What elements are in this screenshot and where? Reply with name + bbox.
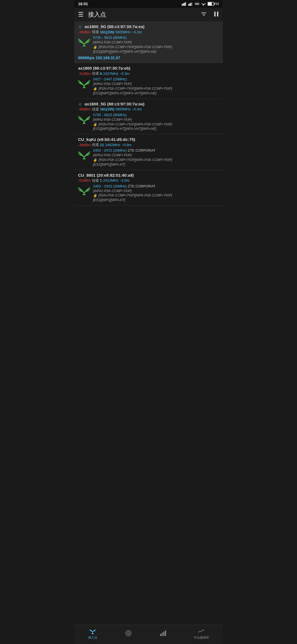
svg-marker-22 [92,632,94,634]
ap-security: [WPA2-PSK-CCMP+TKIP] 🔒 [RSN-PSK-CCMP+TKI… [93,153,219,167]
lock-icon: 🔒 [93,45,97,49]
status-bar: 16:01 HD 54 [74,0,223,8]
status-icons: HD 54 [182,2,219,6]
nav-chart[interactable] [160,630,166,638]
svg-rect-3 [185,2,186,6]
ap-list: ☺ ax1800_5G (88:c3:97:30:7a:ea) -36dBm 信… [74,21,223,225]
svg-point-8 [203,5,204,6]
svg-marker-18 [82,86,86,88]
connected-ap-speed-ip: 866Mbps 192.168.31.67 [78,56,219,60]
signal-icon [182,2,187,6]
ap-signal-row: -31dBm 信道 6 2437MHz ~0.3m [78,71,219,76]
svg-rect-1 [183,3,184,6]
ap-item[interactable]: CU_kqKz (e8:b5:41:d5:dc:75) -39dBm 信道 11… [74,134,223,170]
lock-icon: 🔒 [93,193,97,197]
top-bar: ☰ 接入点 [74,8,223,21]
filter-icon[interactable] [201,12,207,18]
ap-item[interactable]: CU_8801 (20:e8:82:01:40:a9) -52dBm 信道 1 … [74,170,223,206]
ap-security: [WPA2-PSK-CCMP+TKIP] 🔒 [RSN-PSK-CCMP+TKI… [93,82,219,95]
svg-rect-31 [165,631,166,636]
wifi-signal-icon [78,37,90,48]
connected-emoji: ☺ [78,102,83,106]
status-time: 16:01 [78,2,88,6]
svg-rect-16 [217,12,218,17]
ap-name: ax1800 (88:c3:97:30:7a:eb) [78,66,219,70]
ap-details: 2402 - 2422 (20MHz) ZTE CORPORAT [WPA2-P… [93,184,219,203]
connected-ap-details: 5735 - 5815 (80MHz) [WPA2-PSK-CCMP+TKIP]… [93,36,219,54]
ap-details: 2427 - 2447 (20MHz) [WPA2-PSK-CCMP+TKIP]… [93,77,219,95]
menu-icon[interactable]: ☰ [78,11,84,18]
connected-ap-name: ☺ ax1800_5G (88:c3:97:30:7a:ea) [78,24,219,29]
ap-signal-row: -36dBm 信道 161(155) 5805MHz ~0.3m [78,107,219,112]
pause-icon[interactable] [214,11,219,18]
ap-body: 5735 - 5815 (80MHz) [WPA2-PSK-CCMP+TKIP]… [78,113,219,131]
signal2-icon [188,2,193,6]
nav-trend[interactable]: 什么值得买 [194,628,209,640]
battery-level: 54 [215,2,219,6]
svg-rect-10 [214,3,215,5]
wifi-signal-icon [78,78,90,89]
hd-icon: HD [195,2,199,6]
svg-rect-30 [163,632,164,636]
connected-ap-item[interactable]: ☺ ax1800_5G (88:c3:97:30:7a:ea) -36dBm 信… [74,21,223,63]
svg-rect-28 [160,634,161,636]
ap-list-container: ax1800 (88:c3:97:30:7a:eb) -31dBm 信道 6 2… [74,63,223,206]
connected-ap-signal: -36dBm 信道 161(155) 5805MHz ~0.3m [78,29,219,34]
ap-body: 2427 - 2447 (20MHz) [WPA2-PSK-CCMP+TKIP]… [78,77,219,95]
ap-security: [WPA2-PSK-CCMP+TKIP] 🔒 [RSN-PSK-CCMP+TKI… [93,118,219,131]
ap-signal-row: -52dBm 信道 1 2412MHz ~3.9m [78,178,219,183]
svg-rect-4 [188,4,189,6]
svg-marker-17 [82,44,86,47]
connected-ap-body: 5735 - 5815 (80MHz) [WPA2-PSK-CCMP+TKIP]… [78,36,219,54]
nav-access-points[interactable]: 接入点 [88,628,97,640]
nav-ap-label: 接入点 [88,635,97,640]
ap-body: 2452 - 2472 (20MHz) ZTE CORPORAT [WPA2-P… [78,148,219,167]
wifi-signal-icon [78,185,90,196]
wifi-signal-icon [78,149,90,160]
svg-rect-11 [208,2,212,5]
lock-icon: 🔒 [93,87,97,91]
ap-item[interactable]: ax1800 (88:c3:97:30:7a:eb) -31dBm 信道 6 2… [74,63,223,99]
svg-marker-21 [82,193,86,195]
ap-body: 2402 - 2422 (20MHz) ZTE CORPORAT [WPA2-P… [78,184,219,203]
svg-rect-29 [162,633,163,636]
bottom-nav: 接入点 什么值得买 [74,625,223,644]
ap-name: ☺ ax1800_5G (88:c3:97:30:7a:ea) [78,102,219,106]
svg-rect-0 [182,4,183,6]
svg-rect-6 [191,3,191,6]
connected-emoji: ☺ [78,24,82,29]
page-title: 接入点 [88,10,194,19]
battery-icon: 54 [208,2,219,6]
nav-trend-label: 什么值得买 [194,635,209,640]
svg-rect-2 [184,3,185,6]
svg-rect-15 [214,12,216,17]
ap-name: CU_8801 (20:e8:82:01:40:a9) [78,173,219,178]
svg-marker-19 [82,122,86,124]
lock-icon: 🔒 [93,158,97,162]
ap-details: 2452 - 2472 (20MHz) ZTE CORPORAT [WPA2-P… [93,148,219,167]
ap-item[interactable]: ☺ ax1800_5G (88:c3:97:30:7a:ea) -36dBm 信… [74,99,223,134]
lock-icon: 🔒 [93,122,97,126]
nav-radar[interactable] [125,630,132,638]
connected-ap-security: [WPA2-PSK-CCMP+TKIP] 🔒 [RSN-PSK-CCMP+TKI… [93,40,219,54]
wifi-signal-icon [78,114,90,125]
svg-rect-5 [189,3,190,6]
ap-name: CU_kqKz (e8:b5:41:d5:dc:75) [78,137,219,142]
svg-rect-7 [192,2,193,6]
wifi-status-icon [201,2,206,6]
ap-details: 5735 - 5815 (80MHz) [WPA2-PSK-CCMP+TKIP]… [93,113,219,131]
ap-signal-row: -39dBm 信道 11 2462MHz ~0.9m [78,142,219,147]
svg-marker-20 [82,157,86,159]
ap-security: [WPA2-PSK-CCMP+TKIP] 🔒 [RSN-PSK-CCMP+TKI… [93,189,219,203]
